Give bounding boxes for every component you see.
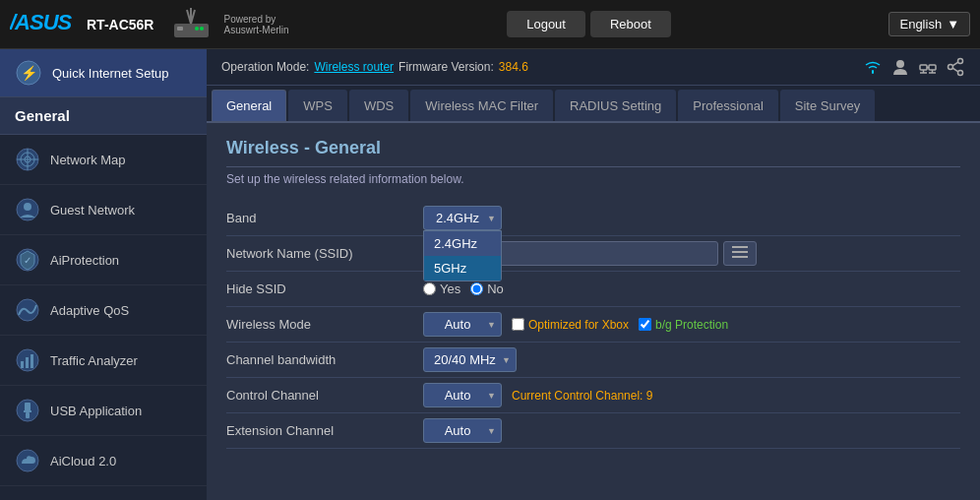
svg-rect-26 [26, 412, 30, 418]
wireless-mode-row: Wireless Mode Auto Optimized for Xbox b/… [226, 307, 960, 343]
language-label: English [899, 17, 942, 31]
svg-point-3 [195, 27, 199, 31]
hide-ssid-no-radio[interactable] [470, 282, 483, 295]
svg-rect-23 [31, 354, 33, 368]
main-content: Operation Mode: Wireless router Firmware… [207, 49, 980, 500]
logo-area: /ASUS RT-AC56R Powered by Asuswrt-Merlin [10, 6, 289, 43]
sidebar-item-network-map[interactable]: Network Map [0, 135, 207, 185]
tab-wds[interactable]: WDS [349, 90, 408, 121]
ssid-row: Network Name (SSID) [226, 236, 960, 272]
extension-channel-row: Extension Channel Auto [226, 413, 960, 449]
svg-point-4 [200, 27, 204, 31]
svg-rect-44 [732, 251, 748, 253]
hide-ssid-label: Hide SSID [226, 281, 423, 296]
svg-text:✓: ✓ [24, 255, 31, 266]
usb-application-icon [15, 398, 40, 423]
band-option-2-4ghz[interactable]: 2.4GHz [424, 231, 501, 256]
operation-mode-label: Operation Mode: [221, 60, 309, 74]
quick-setup-label: Quick Internet Setup [52, 66, 169, 81]
top-bar: Operation Mode: Wireless router Firmware… [207, 49, 980, 86]
header: /ASUS RT-AC56R Powered by Asuswrt-Merlin… [0, 0, 980, 49]
hide-ssid-yes-label[interactable]: Yes [423, 281, 460, 296]
sidebar-item-guest-network[interactable]: Guest Network [0, 185, 207, 235]
guest-network-label: Guest Network [50, 203, 135, 218]
header-buttons: Logout Reboot [289, 11, 889, 37]
extension-channel-label: Extension Channel [226, 423, 423, 438]
band-dropdown-btn[interactable]: 2.4GHz [423, 206, 502, 230]
channel-bandwidth-label: Channel bandwidth [226, 352, 423, 367]
sidebar-item-usb-application[interactable]: USB Application [0, 386, 207, 436]
control-channel-dropdown[interactable]: Auto [423, 383, 502, 407]
wireless-mode-dropdown[interactable]: Auto [423, 312, 502, 337]
guest-network-icon [15, 197, 40, 222]
svg-line-41 [952, 62, 958, 66]
wifi-status-icon [863, 57, 883, 77]
ssid-control [423, 241, 960, 266]
tab-general[interactable]: General [212, 90, 286, 121]
sidebar-item-traffic-analyzer[interactable]: Traffic Analyzer [0, 336, 207, 386]
sidebar-item-aiprotection[interactable]: ✓ AiProtection [0, 235, 207, 285]
language-selector[interactable]: English ▼ [888, 12, 970, 36]
band-control: 2.4GHz 2.4GHz 5GHz [423, 206, 960, 230]
quick-internet-setup[interactable]: ⚡ Quick Internet Setup [0, 49, 207, 97]
extension-channel-dropdown[interactable]: Auto [423, 418, 502, 443]
svg-rect-43 [732, 246, 748, 248]
svg-point-16 [24, 203, 31, 211]
bg-protection-checkbox[interactable] [639, 318, 651, 331]
quick-setup-icon: ⚡ [15, 59, 42, 87]
tab-wps[interactable]: WPS [288, 90, 347, 121]
svg-rect-2 [177, 27, 183, 31]
hide-ssid-radio-group: Yes No [423, 281, 504, 296]
svg-text:⚡: ⚡ [21, 65, 38, 82]
svg-rect-27 [24, 410, 27, 412]
logout-button[interactable]: Logout [507, 11, 585, 37]
tab-radius-setting[interactable]: RADIUS Setting [555, 90, 676, 121]
wireless-mode-control: Auto Optimized for Xbox b/g Protection [423, 312, 960, 337]
hide-ssid-yes-radio[interactable] [423, 282, 436, 295]
sidebar-general-header: General [0, 97, 207, 135]
optimized-xbox-checkbox[interactable] [512, 318, 524, 331]
wireless-tabs: General WPS WDS Wireless MAC Filter RADI… [207, 86, 980, 123]
asus-logo: /ASUS [10, 8, 79, 41]
wireless-mode-label: Wireless Mode [226, 317, 423, 332]
ssid-list-icon [732, 246, 748, 258]
tab-professional[interactable]: Professional [678, 90, 778, 121]
tab-wireless-mac-filter[interactable]: Wireless MAC Filter [410, 90, 553, 121]
usb-application-label: USB Application [50, 404, 142, 418]
page-subtitle: Set up the wireless related information … [226, 172, 960, 186]
operation-mode-value[interactable]: Wireless router [314, 60, 394, 74]
channel-bandwidth-dropdown[interactable]: 20/40 MHz [423, 347, 517, 372]
svg-line-42 [952, 68, 958, 72]
band-dropdown-menu: 2.4GHz 5GHz [423, 230, 502, 281]
aicloud-icon [15, 448, 40, 473]
bg-protection-label[interactable]: b/g Protection [639, 318, 728, 332]
ssid-icon-btn[interactable] [723, 241, 757, 266]
sidebar-item-adaptive-qos[interactable]: Adaptive QoS [0, 285, 207, 336]
ssid-input-wrapper [423, 241, 960, 266]
band-option-5ghz[interactable]: 5GHz [424, 256, 501, 281]
adaptive-qos-icon [15, 297, 40, 323]
network-map-label: Network Map [50, 153, 126, 167]
tab-site-survey[interactable]: Site Survey [780, 90, 875, 121]
model-name: RT-AC56R [87, 17, 153, 32]
firmware-value: 384.6 [499, 60, 528, 74]
hide-ssid-no-label[interactable]: No [470, 281, 504, 296]
svg-rect-22 [26, 357, 29, 368]
optimized-xbox-label[interactable]: Optimized for Xbox [512, 318, 629, 332]
svg-rect-32 [929, 65, 936, 70]
sidebar-item-aicloud[interactable]: AiCloud 2.0 [0, 436, 207, 486]
svg-rect-45 [732, 256, 748, 258]
traffic-analyzer-icon [15, 347, 40, 373]
powered-by-label: Powered by [223, 14, 288, 25]
band-row: Band 2.4GHz 2.4GHz 5GHz [226, 201, 960, 236]
channel-bandwidth-row: Channel bandwidth 20/40 MHz [226, 343, 960, 378]
aicloud-label: AiCloud 2.0 [50, 454, 116, 469]
svg-rect-31 [920, 65, 927, 70]
hide-ssid-control: Yes No [423, 281, 960, 296]
channel-bandwidth-control: 20/40 MHz [423, 347, 960, 372]
user-status-icon [890, 57, 910, 77]
reboot-button[interactable]: Reboot [590, 11, 671, 37]
adaptive-qos-label: Adaptive QoS [50, 303, 129, 318]
page-content: Wireless - General Set up the wireless r… [207, 123, 980, 497]
extension-channel-control: Auto [423, 418, 960, 443]
